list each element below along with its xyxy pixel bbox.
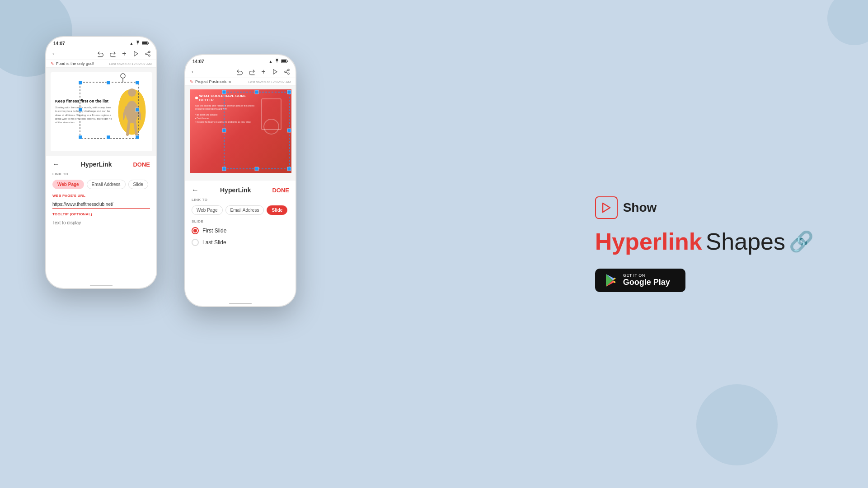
svg-point-6 xyxy=(145,53,147,55)
status-bar-left: 14:07 ▲ xyxy=(46,37,156,48)
tab-webpage-left[interactable]: Web Page xyxy=(52,180,84,189)
wifi-icon-right xyxy=(274,59,280,64)
play-text: GET IT ON Google Play xyxy=(623,273,670,287)
svg-line-36 xyxy=(286,70,288,71)
play-icon-left[interactable] xyxy=(132,50,140,58)
tab-slide-right[interactable]: Slide xyxy=(267,205,287,215)
svg-rect-42 xyxy=(255,90,258,94)
undo-icon-left[interactable] xyxy=(97,50,105,58)
tooltip-input-left[interactable] xyxy=(52,219,150,227)
redo-icon-right[interactable] xyxy=(248,68,256,76)
panel-done-right[interactable]: DONE xyxy=(272,187,289,194)
toolbar-right: ← + xyxy=(185,66,296,78)
svg-point-32 xyxy=(288,69,290,71)
status-icons-right: ▲ xyxy=(268,59,288,64)
hyperlink-panel-left: ← HyperLink DONE LINK TO Web Page Email … xyxy=(46,156,156,283)
google-play-text: Google Play xyxy=(623,278,670,287)
share-icon-left[interactable] xyxy=(144,50,152,58)
link-to-label-right: LINK TO xyxy=(192,198,289,202)
url-input-left[interactable] xyxy=(52,200,150,209)
svg-point-5 xyxy=(149,51,150,53)
tab-email-left[interactable]: Email Address xyxy=(87,180,126,189)
svg-line-9 xyxy=(147,52,149,53)
svg-rect-20 xyxy=(136,81,139,84)
signal-icon-left: ▲ xyxy=(129,41,134,46)
svg-line-8 xyxy=(147,54,149,55)
phones-container: 14:07 ▲ xyxy=(45,36,296,307)
add-icon-left[interactable]: + xyxy=(120,50,128,58)
tab-slide-left[interactable]: Slide xyxy=(128,180,148,189)
file-name-right: Project Postmortem xyxy=(195,79,231,84)
play-icon-show xyxy=(600,201,613,214)
svg-point-33 xyxy=(285,71,286,73)
svg-rect-40 xyxy=(222,167,226,171)
radio-circle-last xyxy=(192,239,199,246)
add-icon-right[interactable]: + xyxy=(259,68,267,76)
scroll-indicator-right xyxy=(229,303,252,304)
svg-rect-26 xyxy=(136,108,139,112)
radio-last-slide[interactable]: Last Slide xyxy=(192,239,289,246)
time-right: 14:07 xyxy=(192,59,204,64)
slide-section-label: SLIDE xyxy=(192,219,289,223)
undo-icon-right[interactable] xyxy=(236,68,244,76)
back-button-left[interactable]: ← xyxy=(51,50,59,58)
file-bar-right: ✎ Project Postmortem Last saved at 12:02… xyxy=(185,78,296,86)
status-bar-right: 14:07 ▲ xyxy=(185,55,296,66)
file-name-left: Food is the only god! xyxy=(56,61,94,66)
tab-webpage-right[interactable]: Web Page xyxy=(192,205,223,215)
signal-icon-right: ▲ xyxy=(268,59,273,64)
right-section: Show Hyperlink Shapes 🔗 GET IT ON Google… xyxy=(595,196,814,292)
first-slide-label: First Slide xyxy=(202,228,226,234)
svg-rect-21 xyxy=(79,135,82,139)
svg-rect-45 xyxy=(287,129,291,132)
play-icon-right[interactable] xyxy=(271,68,279,76)
panel-done-left[interactable]: DONE xyxy=(133,161,150,168)
svg-rect-2 xyxy=(142,42,147,44)
panel-back-right[interactable]: ← xyxy=(192,186,199,194)
svg-rect-19 xyxy=(79,81,82,84)
battery-icon-right xyxy=(281,59,288,64)
redo-icon-left[interactable] xyxy=(108,50,117,58)
svg-rect-29 xyxy=(282,60,286,62)
tab-email-right[interactable]: Email Address xyxy=(225,205,264,215)
radio-first-slide[interactable]: First Slide xyxy=(192,227,289,234)
panel-title-left: HyperLink xyxy=(81,161,112,168)
tooltip-label-left: TOOLTIP (OPTIONAL) xyxy=(52,212,150,216)
time-left: 14:07 xyxy=(53,41,65,46)
slide-canvas-right[interactable]: WHAT COULD HAVE GONE BETTER Use this sli… xyxy=(185,86,296,181)
svg-rect-25 xyxy=(79,108,82,112)
svg-rect-38 xyxy=(222,90,226,94)
wifi-icon-left xyxy=(135,41,141,46)
selection-overlay-right xyxy=(222,90,291,171)
svg-rect-37 xyxy=(224,92,289,169)
toolbar-left: ← + xyxy=(46,48,156,60)
panel-title-right: HyperLink xyxy=(220,186,251,194)
svg-point-0 xyxy=(137,45,138,45)
last-saved-left: Last saved at 12:02:07 AM xyxy=(109,62,152,66)
slide-canvas-left[interactable]: Keep fitness first on the list Starting … xyxy=(46,68,156,156)
tab-group-right: Web Page Email Address Slide xyxy=(192,205,289,215)
radio-circle-first xyxy=(192,227,199,234)
svg-marker-31 xyxy=(273,70,277,74)
last-slide-label: Last Slide xyxy=(202,239,226,246)
google-play-icon xyxy=(604,273,619,288)
svg-point-16 xyxy=(121,74,125,78)
svg-rect-23 xyxy=(107,81,110,84)
google-play-button[interactable]: GET IT ON Google Play xyxy=(595,269,685,292)
svg-point-27 xyxy=(277,63,277,63)
svg-rect-44 xyxy=(222,129,226,132)
hyperlink-title-container: Hyperlink Shapes 🔗 xyxy=(595,228,814,255)
svg-line-35 xyxy=(286,72,288,73)
panel-back-left[interactable]: ← xyxy=(52,160,60,168)
svg-rect-43 xyxy=(255,167,258,171)
svg-point-7 xyxy=(149,55,150,56)
share-icon-right[interactable] xyxy=(283,68,291,76)
svg-rect-24 xyxy=(107,135,110,139)
hyperlink-label-red: Hyperlink xyxy=(595,228,702,255)
url-label-left: WEB PAGE'S URL xyxy=(52,194,150,198)
svg-marker-46 xyxy=(603,203,610,212)
svg-rect-41 xyxy=(287,167,291,171)
back-button-right[interactable]: ← xyxy=(190,68,198,76)
show-badge: Show xyxy=(595,196,814,219)
edit-icon-left: ✎ xyxy=(51,61,54,66)
